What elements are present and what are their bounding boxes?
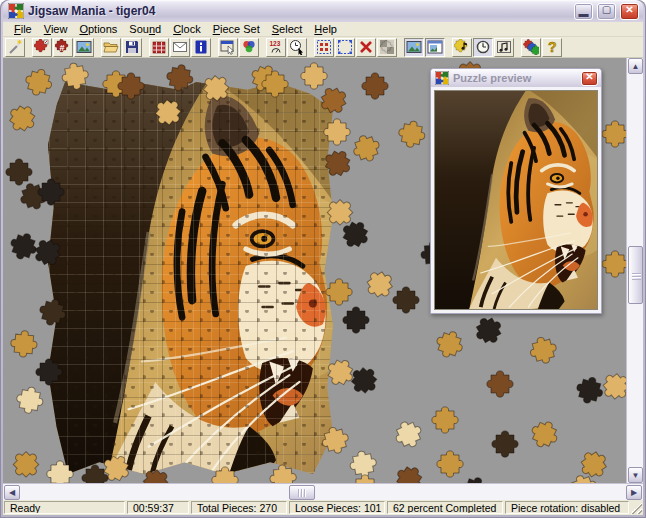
loose-puzzle-piece[interactable] <box>602 121 626 147</box>
loose-puzzle-piece[interactable] <box>36 359 62 385</box>
loose-puzzle-piece[interactable] <box>6 159 32 185</box>
loose-puzzle-piece[interactable] <box>324 119 350 145</box>
toolbar-button-properties[interactable] <box>218 38 238 57</box>
loose-puzzle-piece[interactable] <box>4 100 41 137</box>
loose-puzzle-piece[interactable] <box>37 296 69 328</box>
loose-puzzle-piece[interactable] <box>393 287 419 313</box>
horizontal-scroll-thumb[interactable] <box>289 485 315 500</box>
loose-puzzle-piece[interactable] <box>433 327 467 361</box>
menu-piece-set[interactable]: Piece Set <box>207 23 266 35</box>
toolbar-button-music[interactable] <box>494 38 514 57</box>
preview-window[interactable]: Puzzle preview ✕ <box>430 68 602 314</box>
loose-puzzle-piece[interactable] <box>198 70 235 107</box>
preview-title-bar[interactable]: Puzzle preview ✕ <box>431 69 601 87</box>
toolbar-button-clock-toggle[interactable] <box>473 38 493 57</box>
scroll-up-button[interactable]: ▲ <box>628 58 643 74</box>
toolbar-button-preview-window[interactable] <box>425 38 445 57</box>
toolbar-button-gift[interactable] <box>149 38 169 57</box>
horizontal-scrollbar[interactable]: ◀ ▶ <box>3 483 643 500</box>
loose-puzzle-piece[interactable] <box>574 374 606 406</box>
toolbar-button-piece-grid[interactable] <box>377 38 397 57</box>
loose-puzzle-piece[interactable] <box>38 179 64 205</box>
loose-puzzle-piece[interactable] <box>362 73 388 99</box>
loose-puzzle-piece[interactable] <box>391 461 428 483</box>
loose-puzzle-piece[interactable] <box>320 145 356 181</box>
resize-grip[interactable] <box>630 502 642 514</box>
toolbar-button-mail[interactable] <box>170 38 190 57</box>
loose-puzzle-piece[interactable] <box>150 94 187 131</box>
loose-puzzle-piece[interactable] <box>326 279 352 305</box>
loose-puzzle-piece[interactable] <box>118 73 144 99</box>
loose-puzzle-piece[interactable] <box>487 371 513 397</box>
toolbar-button-piece-new[interactable] <box>32 38 52 57</box>
toolbar-button-clear-selection[interactable] <box>356 38 376 57</box>
scroll-left-button[interactable]: ◀ <box>4 485 20 500</box>
loose-puzzle-piece[interactable] <box>527 334 559 366</box>
toolbar-button-info[interactable] <box>191 38 211 57</box>
toolbar-button-piece-hash[interactable] <box>53 38 73 57</box>
loose-puzzle-piece[interactable] <box>319 424 351 456</box>
menu-file[interactable]: File <box>8 23 38 35</box>
toolbar-button-background-image[interactable] <box>404 38 424 57</box>
loose-puzzle-piece[interactable] <box>458 473 492 483</box>
menu-options[interactable]: Options <box>73 23 123 35</box>
toolbar-button-select-box[interactable] <box>335 38 355 57</box>
toolbar-button-select-pieces[interactable] <box>314 38 334 57</box>
loose-puzzle-piece[interactable] <box>492 431 518 457</box>
vertical-scroll-track[interactable] <box>627 74 643 467</box>
loose-puzzle-piece[interactable] <box>47 461 73 483</box>
loose-puzzle-piece[interactable] <box>262 71 288 97</box>
loose-puzzle-piece[interactable] <box>397 119 427 149</box>
toolbar-button-colors[interactable] <box>239 38 259 57</box>
loose-puzzle-piece[interactable] <box>352 475 378 483</box>
loose-puzzle-piece[interactable] <box>23 66 55 98</box>
loose-puzzle-piece[interactable] <box>82 465 108 483</box>
loose-puzzle-piece[interactable] <box>165 63 195 93</box>
toolbar-button-piece-sets[interactable] <box>521 38 541 57</box>
minimize-button[interactable]: ▬ <box>574 3 593 20</box>
toolbar-button-image[interactable] <box>74 38 94 57</box>
toolbar-button-clock-pointer[interactable] <box>287 38 307 57</box>
loose-puzzle-piece[interactable] <box>212 467 238 483</box>
menu-clock[interactable]: Clock <box>167 23 207 35</box>
loose-puzzle-piece[interactable] <box>471 312 507 348</box>
loose-puzzle-piece[interactable] <box>391 417 426 452</box>
loose-puzzle-piece[interactable] <box>301 63 327 89</box>
loose-puzzle-piece[interactable] <box>343 307 369 333</box>
menu-sound[interactable]: Sound <box>123 23 167 35</box>
preview-close-button[interactable]: ✕ <box>581 71 598 86</box>
scroll-right-button[interactable]: ▶ <box>626 485 642 500</box>
close-button[interactable]: ✕ <box>620 3 639 20</box>
toolbar-button-timer[interactable] <box>266 38 286 57</box>
loose-puzzle-piece[interactable] <box>15 385 45 415</box>
toolbar-button-open[interactable] <box>101 38 121 57</box>
loose-puzzle-piece[interactable] <box>322 354 358 390</box>
toolbar-button-help[interactable] <box>542 38 562 57</box>
vertical-scroll-thumb[interactable] <box>628 246 643 304</box>
scroll-down-button[interactable]: ▼ <box>628 467 643 483</box>
menu-select[interactable]: Select <box>266 23 309 35</box>
loose-puzzle-piece[interactable] <box>437 451 463 477</box>
loose-puzzle-piece[interactable] <box>269 464 297 483</box>
menu-view[interactable]: View <box>38 23 74 35</box>
maximize-button[interactable]: ▢ <box>597 3 616 20</box>
loose-puzzle-piece[interactable] <box>10 330 38 358</box>
horizontal-scroll-track[interactable] <box>21 485 625 500</box>
title-bar[interactable]: Jigsaw Mania - tiger04 ▬ ▢ ✕ <box>3 0 643 22</box>
loose-puzzle-piece[interactable] <box>527 417 562 452</box>
loose-puzzle-piece[interactable] <box>316 82 352 118</box>
vertical-scrollbar[interactable]: ▲ ▼ <box>626 58 643 483</box>
toolbar-button-sound-note[interactable] <box>452 38 472 57</box>
loose-puzzle-piece[interactable] <box>137 464 174 483</box>
menu-help[interactable]: Help <box>308 23 343 35</box>
loose-puzzle-piece[interactable] <box>597 368 626 405</box>
loose-puzzle-piece[interactable] <box>361 266 398 303</box>
loose-puzzle-piece[interactable] <box>432 407 458 433</box>
loose-puzzle-piece[interactable] <box>7 446 44 483</box>
puzzle-board[interactable]: Puzzle preview ✕ <box>3 58 626 483</box>
loose-puzzle-piece[interactable] <box>350 131 384 165</box>
toolbar-button-save[interactable] <box>122 38 142 57</box>
loose-puzzle-piece[interactable] <box>60 61 90 91</box>
loose-puzzle-piece[interactable] <box>602 251 626 277</box>
toolbar-button-wizard[interactable] <box>5 38 25 57</box>
